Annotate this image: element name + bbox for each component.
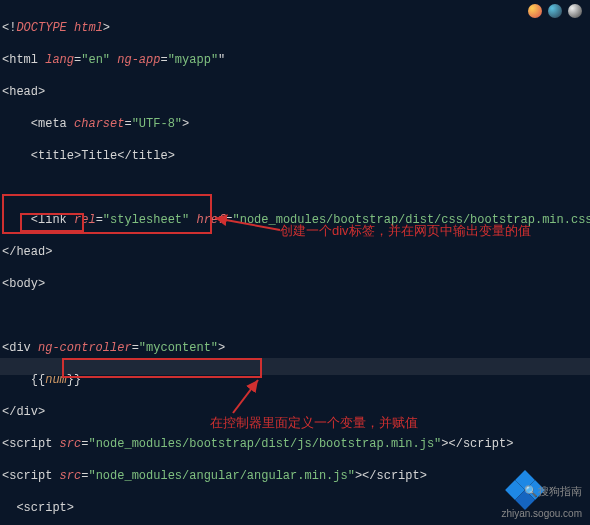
- code-line: <body>: [2, 276, 588, 292]
- code-line: <meta charset="UTF-8">: [2, 116, 588, 132]
- browser-extension-icons: [528, 4, 582, 18]
- extension-icon[interactable]: [568, 4, 582, 18]
- extension-icon[interactable]: [528, 4, 542, 18]
- code-line: <script src="node_modules/angular/angula…: [2, 468, 588, 484]
- extension-icon[interactable]: [548, 4, 562, 18]
- code-line: <link rel="stylesheet" href="node_module…: [2, 212, 588, 228]
- code-line: [2, 180, 588, 196]
- code-line: <script>: [2, 500, 588, 516]
- code-editor[interactable]: <!DOCTYPE html> <html lang="en" ng-app="…: [0, 0, 590, 525]
- watermark-text-1: 🔍搜狗指南: [524, 484, 582, 499]
- code-line: <html lang="en" ng-app="myapp"": [2, 52, 588, 68]
- code-line: {{num}}: [2, 372, 588, 388]
- code-line: [2, 308, 588, 324]
- watermark-text-2: zhiyan.sogou.com: [501, 508, 582, 519]
- code-line: <!DOCTYPE html>: [2, 20, 588, 36]
- code-line: <head>: [2, 84, 588, 100]
- code-line: <div ng-controller="mycontent">: [2, 340, 588, 356]
- code-line: <script src="node_modules/bootstrap/dist…: [2, 436, 588, 452]
- code-line: </div>: [2, 404, 588, 420]
- code-line: <title>Title</title>: [2, 148, 588, 164]
- code-line: </head>: [2, 244, 588, 260]
